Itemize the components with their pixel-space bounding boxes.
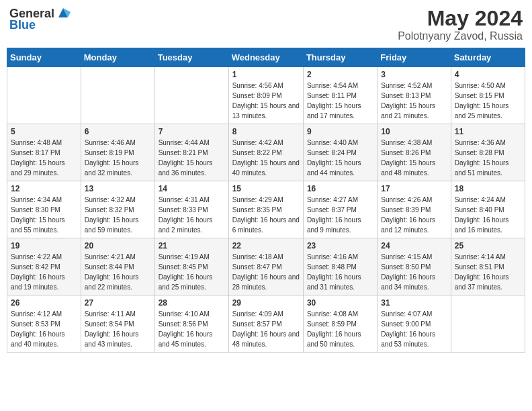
sunrise-text: Sunrise: 4:38 AM [381,139,432,146]
sunset-text: Sunset: 8:50 PM [381,263,431,271]
logo-icon [56,5,71,20]
day-info: Sunrise: 4:15 AM Sunset: 8:50 PM Dayligh… [381,252,447,292]
day-number: 22 [232,241,300,250]
sunset-text: Sunset: 8:35 PM [232,206,282,214]
day-number: 19 [11,241,77,250]
day-number: 5 [11,127,77,136]
table-row: 23 Sunrise: 4:16 AM Sunset: 8:48 PM Dayl… [303,238,377,295]
daylight-text: Daylight: 16 hours and 19 minutes. [11,273,65,291]
day-info: Sunrise: 4:27 AM Sunset: 8:37 PM Dayligh… [307,195,373,235]
sunrise-text: Sunrise: 4:16 AM [307,253,358,261]
sunset-text: Sunset: 8:39 PM [381,206,431,214]
sunrise-text: Sunrise: 4:12 AM [11,310,62,318]
location-subtitle: Polotnyany Zavod, Russia [398,30,523,42]
calendar-week-row: 1 Sunrise: 4:56 AM Sunset: 8:09 PM Dayli… [7,67,525,124]
table-row: 19 Sunrise: 4:22 AM Sunset: 8:42 PM Dayl… [7,238,81,295]
daylight-text: Daylight: 16 hours and 43 minutes. [85,330,139,348]
sunset-text: Sunset: 8:42 PM [11,263,60,271]
day-info: Sunrise: 4:22 AM Sunset: 8:42 PM Dayligh… [11,252,77,292]
day-info: Sunrise: 4:29 AM Sunset: 8:35 PM Dayligh… [232,195,300,235]
table-row: 2 Sunrise: 4:54 AM Sunset: 8:11 PM Dayli… [303,67,377,124]
daylight-text: Daylight: 15 hours and 51 minutes. [455,159,509,177]
sunset-text: Sunset: 8:17 PM [11,149,60,156]
sunrise-text: Sunrise: 4:10 AM [159,310,210,318]
table-row: 10 Sunrise: 4:38 AM Sunset: 8:26 PM Dayl… [378,124,451,181]
sunset-text: Sunset: 8:30 PM [11,206,60,214]
day-info: Sunrise: 4:38 AM Sunset: 8:26 PM Dayligh… [381,138,447,178]
sunset-text: Sunset: 8:48 PM [307,263,357,271]
sunrise-text: Sunrise: 4:26 AM [381,196,432,203]
sunrise-text: Sunrise: 4:34 AM [11,196,62,203]
day-number: 23 [307,241,373,250]
daylight-text: Daylight: 16 hours and 2 minutes. [159,216,213,234]
sunset-text: Sunset: 8:51 PM [455,263,504,271]
day-number: 7 [159,127,225,136]
day-info: Sunrise: 4:48 AM Sunset: 8:17 PM Dayligh… [11,138,77,178]
page-title: May 2024 [398,7,523,30]
sunrise-text: Sunrise: 4:52 AM [381,82,432,89]
sunset-text: Sunset: 8:32 PM [85,206,134,214]
table-row: 17 Sunrise: 4:26 AM Sunset: 8:39 PM Dayl… [378,181,451,238]
table-row: 12 Sunrise: 4:34 AM Sunset: 8:30 PM Dayl… [7,181,81,238]
day-info: Sunrise: 4:24 AM Sunset: 8:40 PM Dayligh… [455,195,521,235]
daylight-text: Daylight: 16 hours and 22 minutes. [85,273,139,291]
daylight-text: Daylight: 16 hours and 37 minutes. [455,273,509,291]
daylight-text: Daylight: 15 hours and 36 minutes. [159,159,213,177]
day-number: 29 [232,298,300,308]
daylight-text: Daylight: 15 hours and 29 minutes. [11,159,65,177]
calendar-header-row: Sunday Monday Tuesday Wednesday Thursday… [7,48,525,67]
day-number: 9 [307,127,373,136]
day-info: Sunrise: 4:56 AM Sunset: 8:09 PM Dayligh… [232,81,300,121]
table-row: 22 Sunrise: 4:18 AM Sunset: 8:47 PM Dayl… [228,238,303,295]
sunset-text: Sunset: 8:28 PM [455,149,504,156]
daylight-text: Daylight: 15 hours and 40 minutes. [232,159,300,177]
table-row: 24 Sunrise: 4:15 AM Sunset: 8:50 PM Dayl… [378,238,451,295]
col-monday: Monday [81,48,154,67]
day-info: Sunrise: 4:52 AM Sunset: 8:13 PM Dayligh… [381,81,447,121]
col-thursday: Thursday [303,48,377,67]
day-number: 8 [232,127,300,136]
table-row: 8 Sunrise: 4:42 AM Sunset: 8:22 PM Dayli… [228,124,303,181]
daylight-text: Daylight: 16 hours and 6 minutes. [232,216,300,234]
sunrise-text: Sunrise: 4:56 AM [232,82,283,89]
sunrise-text: Sunrise: 4:50 AM [455,82,506,89]
day-info: Sunrise: 4:36 AM Sunset: 8:28 PM Dayligh… [455,138,521,178]
day-number: 30 [307,298,373,308]
table-row: 7 Sunrise: 4:44 AM Sunset: 8:21 PM Dayli… [154,124,228,181]
day-number: 20 [85,241,151,250]
day-info: Sunrise: 4:08 AM Sunset: 8:59 PM Dayligh… [307,309,373,349]
sunset-text: Sunset: 8:47 PM [232,263,282,271]
sunrise-text: Sunrise: 4:21 AM [85,253,136,261]
page-header: General Blue May 2024 Polotnyany Zavod, … [7,7,525,42]
day-number: 14 [159,184,225,193]
day-number: 11 [455,127,521,136]
daylight-text: Daylight: 16 hours and 34 minutes. [381,273,435,291]
day-info: Sunrise: 4:11 AM Sunset: 8:54 PM Dayligh… [85,309,151,349]
daylight-text: Daylight: 15 hours and 44 minutes. [307,159,361,177]
table-row: 30 Sunrise: 4:08 AM Sunset: 8:59 PM Dayl… [303,295,377,353]
daylight-text: Daylight: 15 hours and 55 minutes. [11,216,65,234]
day-number: 4 [455,70,521,79]
table-row: 15 Sunrise: 4:29 AM Sunset: 8:35 PM Dayl… [228,181,303,238]
day-number: 13 [85,184,151,193]
daylight-text: Daylight: 15 hours and 59 minutes. [85,216,139,234]
sunset-text: Sunset: 8:56 PM [159,320,208,328]
table-row: 13 Sunrise: 4:32 AM Sunset: 8:32 PM Dayl… [81,181,154,238]
day-info: Sunrise: 4:46 AM Sunset: 8:19 PM Dayligh… [85,138,151,178]
sunset-text: Sunset: 8:09 PM [232,92,282,99]
calendar-week-row: 19 Sunrise: 4:22 AM Sunset: 8:42 PM Dayl… [7,238,525,295]
table-row [7,67,81,124]
daylight-text: Daylight: 16 hours and 16 minutes. [455,216,509,234]
daylight-text: Daylight: 16 hours and 31 minutes. [307,273,361,291]
sunrise-text: Sunrise: 4:14 AM [455,253,506,261]
sunset-text: Sunset: 8:40 PM [455,206,504,214]
daylight-text: Daylight: 16 hours and 28 minutes. [232,273,300,291]
sunset-text: Sunset: 8:22 PM [232,149,282,156]
table-row: 11 Sunrise: 4:36 AM Sunset: 8:28 PM Dayl… [451,124,525,181]
table-row [81,67,154,124]
sunrise-text: Sunrise: 4:18 AM [232,253,283,261]
sunset-text: Sunset: 8:15 PM [455,92,504,99]
daylight-text: Daylight: 16 hours and 48 minutes. [232,330,300,348]
daylight-text: Daylight: 16 hours and 9 minutes. [307,216,361,234]
table-row: 14 Sunrise: 4:31 AM Sunset: 8:33 PM Dayl… [154,181,228,238]
